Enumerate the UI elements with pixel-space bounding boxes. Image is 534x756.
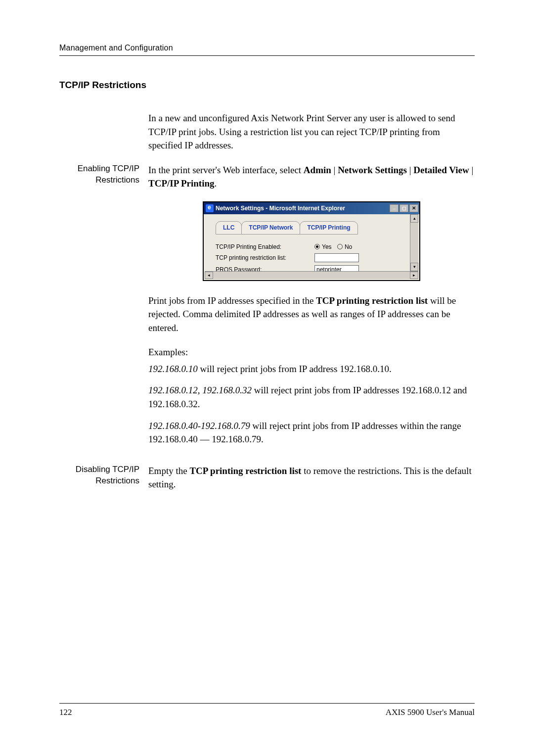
row-restriction-list: TCP printing restriction list: [216,253,411,262]
pipe2: | [407,165,413,175]
row-printing-enabled: TCP/IP Printing Enabled: Yes No [216,243,411,250]
screenshot-window: Network Settings - Microsoft Internet Ex… [203,201,420,281]
running-header: Management and Configuration [59,44,475,56]
enable-side-line2: Restrictions [59,175,139,186]
disable-body: Empty the TCP printing restriction list … [148,464,475,491]
restriction-description: Print jobs from IP addresses specified i… [148,294,475,335]
example-3: 192.168.0.40-192.168.0.79 will reject pr… [148,419,475,446]
enable-detailed-view: Detailed View [413,165,469,175]
tabs: LLC TCP/IP Network TCP/IP Printing [216,221,414,235]
vertical-scrollbar[interactable]: ▴ ▾ [410,214,418,271]
minimize-button[interactable] [390,204,399,212]
restr-b: TCP printing restriction list [316,295,428,306]
disable-side-label: Disabling TCP/IP Restrictions [59,464,148,491]
enable-tcpip-printing: TCP/IP Printing [148,178,215,189]
ex1-ip: 192.168.0.10 [148,364,198,374]
disable-a: Empty the [148,466,189,476]
ie-icon [206,204,214,212]
radio-yes[interactable] [314,244,320,249]
radio-yes-dot-icon [316,245,318,248]
close-button[interactable] [409,204,418,212]
disable-side-line2: Restrictions [59,475,139,487]
restr-a: Print jobs from IP addresses specified i… [148,295,316,306]
enable-network-settings: Network Settings [338,165,407,175]
disable-b: TCP printing restriction list [189,466,301,476]
page-footer: 122 AXIS 5900 User's Manual [59,703,475,717]
example-2: 192.168.0.12, 192.168.0.32 will reject p… [148,383,475,411]
radio-no[interactable] [337,244,343,249]
enable-side-line1: Enabling TCP/IP [59,163,139,175]
tab-llc-label: LLC [223,224,234,231]
enable-body: In the print server's Web interface, sel… [148,163,475,190]
radio-yes-label: Yes [322,243,332,250]
scroll-up-icon[interactable]: ▴ [410,214,418,223]
tab-tcpip-printing-label: TCP/IP Printing [307,224,350,231]
maximize-button[interactable] [400,204,408,212]
printing-enabled-label: TCP/IP Printing Enabled: [216,243,314,250]
restriction-list-input[interactable] [314,253,359,262]
restriction-list-label: TCP printing restriction list: [216,254,314,261]
horizontal-scrollbar[interactable]: ◂ ▸ [205,271,418,279]
scroll-left-icon[interactable]: ◂ [205,272,213,279]
pipe3: | [469,165,474,175]
tab-llc[interactable]: LLC [216,221,242,235]
window-title: Network Settings - Microsoft Internet Ex… [216,205,389,212]
ex1-rest: will reject print jobs from IP address 1… [198,364,392,374]
scroll-down-icon[interactable]: ▾ [410,263,418,271]
window-titlebar: Network Settings - Microsoft Internet Ex… [204,202,419,214]
pipe1: | [331,165,338,175]
enable-end: . [215,178,217,189]
window-body: LLC TCP/IP Network TCP/IP Printing TCP/I… [204,214,419,280]
manual-title: AXIS 5900 User's Manual [386,708,475,717]
ex3-ip: 192.168.0.40-192.168.0.79 [148,421,250,431]
enable-pre: In the print server's Web interface, sel… [148,165,304,175]
tab-tcpip-network-label: TCP/IP Network [249,224,293,231]
intro-paragraph: In a new and unconfigured Axis Network P… [148,111,475,152]
section-title: TCP/IP Restrictions [59,80,475,91]
disable-side-line1: Disabling TCP/IP [59,464,139,475]
tab-tcpip-network[interactable]: TCP/IP Network [241,221,300,235]
page-number: 122 [59,708,72,717]
example-1: 192.168.0.10 will reject print jobs from… [148,362,475,376]
examples-heading: Examples: [148,345,475,359]
scroll-right-icon[interactable]: ▸ [410,272,418,279]
enable-side-label: Enabling TCP/IP Restrictions [59,163,148,190]
ex2-ip: 192.168.0.12, 192.168.0.32 [148,385,252,395]
tab-tcpip-printing[interactable]: TCP/IP Printing [300,221,357,235]
enable-admin: Admin [304,165,331,175]
radio-no-label: No [345,243,352,250]
